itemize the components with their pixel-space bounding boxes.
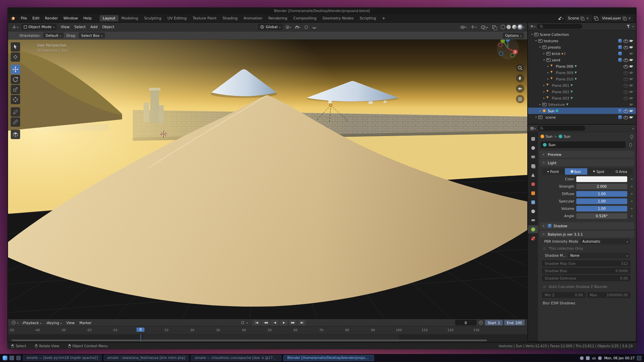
render-visibility-toggle[interactable] [630,64,634,68]
collection-checkbox[interactable] [618,109,622,113]
light-type-button[interactable]: Sun [565,168,588,175]
toggle-xray-button[interactable] [491,24,498,31]
render-visibility-toggle[interactable] [630,103,634,107]
collection-checkbox[interactable] [618,115,622,119]
visibility-eye-toggle[interactable] [624,109,628,113]
animate-dot[interactable] [631,208,633,209]
menu-item[interactable]: Edit [30,15,42,21]
render-visibility-toggle[interactable] [630,58,634,62]
current-frame-field[interactable]: 0 [455,320,477,325]
zoom-icon[interactable] [516,64,524,72]
animate-dot[interactable] [631,186,633,187]
disclosure-triangle-icon[interactable] [534,116,538,119]
tool-add-cube[interactable] [11,130,20,139]
strength-field[interactable]: 2.000 [576,184,627,189]
properties-editor-type-icon[interactable]: ▤ [530,126,536,130]
timeline-menu-item[interactable]: Marker [77,320,94,325]
collection-checkbox[interactable] [618,45,622,49]
workspace-tab[interactable]: Compositing [290,15,320,21]
disclosure-triangle-icon[interactable] [542,97,546,100]
properties-tab[interactable] [528,135,538,143]
properties-tab[interactable] [528,162,538,170]
animate-dot[interactable] [631,178,633,180]
mode-selector[interactable]: Object Mode [21,24,57,30]
workspace-tab[interactable]: Rendering [265,15,290,21]
taskbar-clock[interactable]: Mon, 06 Jan 00:27 [604,356,635,360]
tool-cursor[interactable] [11,52,20,62]
visibility-eye-toggle[interactable] [624,83,628,87]
disclosure-triangle-icon[interactable] [538,109,542,112]
workspace-tab[interactable]: Layout [100,15,118,21]
show-gizmo-toggle[interactable] [470,24,478,31]
light-color-swatch[interactable] [576,176,627,182]
menu-item[interactable]: Window [61,15,80,21]
disclosure-triangle-icon[interactable] [530,33,534,36]
collection-checkbox[interactable] [618,39,622,43]
viewport-menu-item[interactable]: Object [100,24,117,30]
disclosure-triangle-icon[interactable] [542,58,546,61]
light-type-button[interactable]: Spot [588,168,610,175]
workspace-tab[interactable]: Geometry Nodes [319,15,357,21]
render-visibility-toggle[interactable] [630,83,634,87]
render-visibility-toggle[interactable] [630,52,634,56]
app-launcher-icon[interactable] [3,356,7,360]
browse-scene-icon[interactable] [556,15,565,22]
outliner-row[interactable]: 3dtexture [528,101,636,108]
outliner-row[interactable]: brick 3 [528,50,636,57]
render-visibility-toggle[interactable] [630,45,634,49]
visibility-eye-toggle[interactable] [624,77,628,81]
render-visibility-toggle[interactable] [630,90,634,94]
panel-light[interactable]: Light [540,159,634,166]
outliner-row[interactable]: presets [528,44,636,50]
render-visibility-toggle[interactable] [630,109,634,113]
tool-transform[interactable] [11,95,20,104]
visibility-eye-toggle[interactable] [624,115,628,119]
workspace-tab[interactable]: Scripting [357,15,379,21]
menu-item[interactable]: File [18,15,30,21]
properties-tab[interactable] [528,234,538,242]
viewport-menu-item[interactable]: Select [72,24,88,30]
workspace-tab[interactable]: Modeling [118,15,141,21]
viewport-3d[interactable]: Orientation: Default Drag: Select Box Op… [8,32,527,318]
shadow-map-dropdown[interactable]: None [568,253,630,258]
properties-tab[interactable] [528,144,538,152]
files-icon[interactable] [16,356,21,360]
outliner-row[interactable]: Sun [528,108,636,114]
shading-material-button[interactable] [512,25,517,29]
tool-rotate[interactable] [11,75,20,84]
menu-item[interactable]: Help [80,15,94,21]
transport-button[interactable]: ▶| [298,320,306,325]
collection-checkbox[interactable] [618,58,622,62]
timeline-editor-type-icon[interactable] [11,320,18,325]
outliner-row[interactable]: Scene Collection [528,31,636,38]
properties-tab[interactable] [528,180,538,188]
current-frame-indicator[interactable]: 0 [137,327,145,332]
disclosure-triangle-icon[interactable] [542,90,546,93]
proportional-edit-toggle[interactable] [303,24,309,31]
editor-type-selector[interactable] [11,24,20,31]
datablock-name-field[interactable]: Sun [541,141,626,148]
timeline-menu-item[interactable]: View [64,320,77,325]
pin-icon[interactable] [630,135,633,138]
workspace-tab[interactable]: Animation [240,15,265,21]
navigation-gizmo[interactable]: X [496,36,520,60]
options-dropdown[interactable]: Options [503,33,524,38]
taskbar-window-button[interactable]: amalie — [kodo py:trm18 tmpdir apache2] [23,355,102,361]
transport-button[interactable]: ◀◀ [262,320,270,325]
animate-dot[interactable] [631,200,633,202]
filter-icon[interactable] [627,25,630,28]
toggle-ortho-icon[interactable] [516,95,524,103]
viewlayer-selector[interactable]: ViewLayer × [600,15,634,21]
panel-preview[interactable]: Preview [540,151,634,158]
shading-solid-button[interactable] [506,25,511,29]
add-workspace-button[interactable]: + [380,15,387,21]
properties-tab[interactable] [528,153,538,161]
network-icon[interactable] [580,356,584,360]
shadow-checkbox[interactable] [548,224,551,228]
tool-move[interactable] [11,65,20,74]
tool-measure[interactable] [11,117,20,127]
show-overlays-toggle[interactable] [480,24,489,31]
pivot-point-selector[interactable] [284,24,292,31]
volume-slider[interactable]: 1.00 [576,206,627,212]
taskbar-window-button[interactable]: amalie : /www/ana_festiroessa [kim mkm p… [104,355,189,361]
